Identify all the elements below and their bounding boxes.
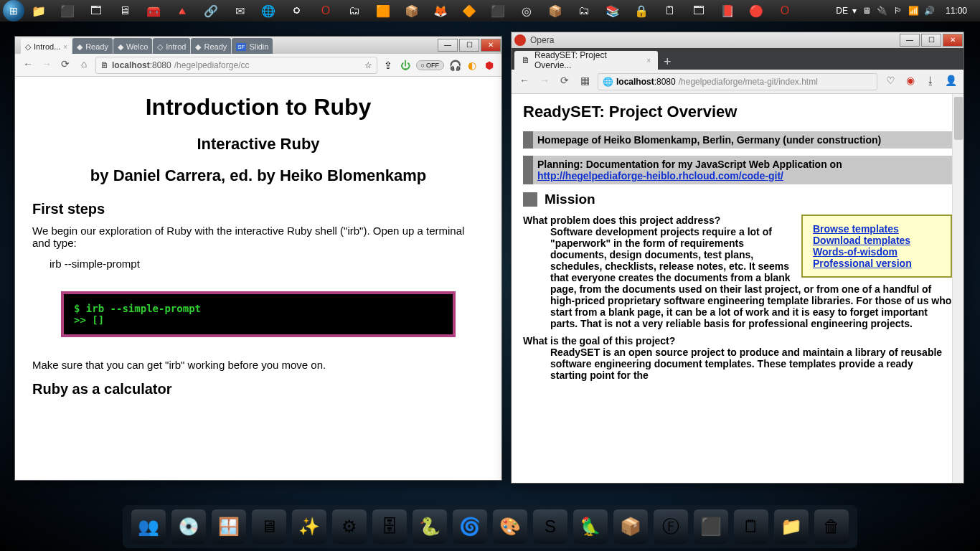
taskbar-app-icon[interactable]: ⬛ <box>53 1 82 21</box>
taskbar-app-icon[interactable]: 🟧 <box>369 1 397 21</box>
minimize-button[interactable]: — <box>900 34 920 47</box>
taskbar-app-icon[interactable]: 🗂 <box>570 1 598 21</box>
dock-trash-icon[interactable]: 🗑 <box>814 509 849 544</box>
taskbar-app-icon[interactable]: ✉ <box>225 1 254 21</box>
taskbar-app-icon[interactable]: 🗂 <box>340 1 369 21</box>
new-tab-button[interactable]: + <box>658 55 677 70</box>
reload-button[interactable]: ⟳ <box>557 75 572 89</box>
dock-icon[interactable]: 👥 <box>131 509 166 544</box>
tray-dropdown-icon[interactable]: ▾ <box>852 6 857 16</box>
taskbar-app-icon[interactable]: 📦 <box>397 1 426 21</box>
back-button[interactable]: ← <box>517 75 532 89</box>
download-icon[interactable]: ⭳ <box>923 75 938 89</box>
forward-button[interactable]: → <box>39 58 54 72</box>
home-button[interactable]: ⌂ <box>77 58 91 72</box>
clock[interactable]: 11:00 <box>940 6 973 16</box>
taskbar-opera-icon[interactable]: O <box>311 1 340 21</box>
chrome-tab[interactable]: ◆Ready <box>191 38 231 55</box>
callout-link[interactable]: Words-of-wisdom <box>813 246 941 258</box>
start-button[interactable] <box>3 0 24 22</box>
taskbar-app-icon[interactable]: 🌐 <box>254 1 283 21</box>
taskbar-app-icon[interactable]: 🖥 <box>110 1 139 21</box>
opera-badge-icon[interactable]: ◉ <box>903 75 918 89</box>
dock-icon[interactable]: Ⓕ <box>654 509 688 544</box>
close-button[interactable]: ✕ <box>481 39 501 52</box>
scrollbar-thumb[interactable] <box>954 97 963 140</box>
forward-button[interactable]: → <box>537 75 552 89</box>
taskbar-app-icon[interactable]: 🔺 <box>168 1 197 21</box>
taskbar-steam-icon[interactable]: ◎ <box>512 1 541 21</box>
dock-icon[interactable]: 🪟 <box>212 509 246 544</box>
taskbar-app-icon[interactable]: 🦊 <box>426 1 455 21</box>
taskbar-app-icon[interactable]: 🗔 <box>82 1 110 21</box>
chrome-tab[interactable]: ◆Ready <box>72 38 113 55</box>
taskbar-app-icon[interactable]: 📚 <box>598 1 627 21</box>
taskbar-app-icon[interactable]: ⬛ <box>484 1 512 21</box>
taskbar-app-icon[interactable]: 🗔 <box>684 1 713 21</box>
chrome-tab[interactable]: SFSlidin <box>232 38 273 55</box>
taskbar-app-icon[interactable]: 🗒 <box>656 1 684 21</box>
tab-close-icon[interactable]: × <box>63 43 67 51</box>
chrome-tab[interactable]: ◆Welco <box>113 38 152 55</box>
dock-icon[interactable]: 🎨 <box>493 509 527 544</box>
toggle-off[interactable]: ○ OFF <box>416 60 444 70</box>
dock-icon[interactable]: ⚙ <box>332 509 367 544</box>
tray-flag-icon[interactable]: 🏳 <box>892 5 904 17</box>
taskbar-app-icon[interactable]: 🧰 <box>139 1 168 21</box>
share-icon[interactable]: ⇪ <box>382 59 395 72</box>
maximize-button[interactable]: ☐ <box>459 39 479 52</box>
address-bar[interactable]: 🗎 localhost:8080/hegelpediaforge/cc ☆ <box>95 57 377 74</box>
scrollbar[interactable] <box>952 94 963 483</box>
opera-titlebar[interactable]: Opera — ☐ ✕ <box>512 32 963 48</box>
tray-icon[interactable]: 🖥 <box>861 5 872 17</box>
tray-battery-icon[interactable]: 🔌 <box>877 5 888 17</box>
dock-terminal-icon[interactable]: ⬛ <box>694 509 728 544</box>
speed-dial-button[interactable]: ▦ <box>578 75 592 89</box>
taskbar-vlc-icon[interactable]: 🔶 <box>455 1 484 21</box>
dock-icon[interactable]: 🌀 <box>453 509 487 544</box>
reload-button[interactable]: ⟳ <box>58 58 72 72</box>
banner-link[interactable]: http://hegelpediaforge-heiblo.rhcloud.co… <box>537 170 783 182</box>
taskbar-app-icon[interactable]: 🔗 <box>197 1 225 21</box>
dock-icon[interactable]: 🐍 <box>413 509 447 544</box>
back-button[interactable]: ← <box>21 58 35 72</box>
tab-close-icon[interactable]: × <box>646 57 651 65</box>
power-icon[interactable]: ⏻ <box>399 59 412 72</box>
address-bar[interactable]: 🌐 localhost:8080/hegelpediaforge/meta-gi… <box>598 73 877 90</box>
dock-virtualbox-icon[interactable]: 📦 <box>613 509 648 544</box>
dock-folder-icon[interactable]: 📁 <box>774 509 809 544</box>
dock-icon[interactable]: 🗒 <box>734 509 768 544</box>
adblock-icon[interactable]: ⬢ <box>483 59 496 72</box>
tray-icon[interactable]: 📶 <box>908 5 920 17</box>
callout-link[interactable]: Download templates <box>813 235 941 246</box>
ext-icon[interactable]: ◐ <box>466 59 479 72</box>
callout-link[interactable]: Professional version <box>813 258 941 269</box>
chrome-tab-active[interactable]: ◇Introd...× <box>21 38 72 55</box>
taskbar-app-icon[interactable]: 🔒 <box>627 1 656 21</box>
tray-volume-icon[interactable]: 🔊 <box>924 5 936 17</box>
taskbar-app-icon[interactable]: 🔴 <box>742 1 771 21</box>
profile-icon[interactable]: 👤 <box>943 75 958 89</box>
headphones-icon[interactable]: 🎧 <box>448 59 461 72</box>
language-indicator[interactable]: DE <box>836 6 848 16</box>
star-icon[interactable]: ☆ <box>364 60 372 70</box>
close-button[interactable]: ✕ <box>943 34 963 47</box>
taskbar-chrome-icon[interactable]: ⭘ <box>283 1 311 21</box>
minimize-button[interactable]: — <box>438 39 458 52</box>
taskbar-opera-running-icon[interactable]: O <box>771 1 799 21</box>
dock-icon[interactable]: S <box>533 509 567 544</box>
dock-icon[interactable]: 💿 <box>171 509 206 544</box>
heart-icon[interactable]: ♡ <box>883 75 897 89</box>
callout-link[interactable]: Browse templates <box>813 223 941 235</box>
taskbar-app-icon[interactable]: 📦 <box>541 1 570 21</box>
chrome-tab[interactable]: ◇Introd <box>153 38 190 55</box>
taskbar-app-icon[interactable]: 📁 <box>24 1 53 21</box>
opera-tab-active[interactable]: 🗎ReadySET: Project Overvie...× <box>514 51 658 70</box>
dock-icon[interactable]: 🦜 <box>573 509 608 544</box>
dock-icon[interactable]: ✨ <box>292 509 326 544</box>
chrome-titlebar[interactable]: ◇Introd...× ◆Ready ◆Welco ◇Introd ◆Ready… <box>15 37 501 54</box>
dock-icon[interactable]: 🗄 <box>372 509 407 544</box>
taskbar-app-icon[interactable]: 📕 <box>713 1 742 21</box>
dock-icon[interactable]: 🖥 <box>252 509 286 544</box>
maximize-button[interactable]: ☐ <box>921 34 941 47</box>
